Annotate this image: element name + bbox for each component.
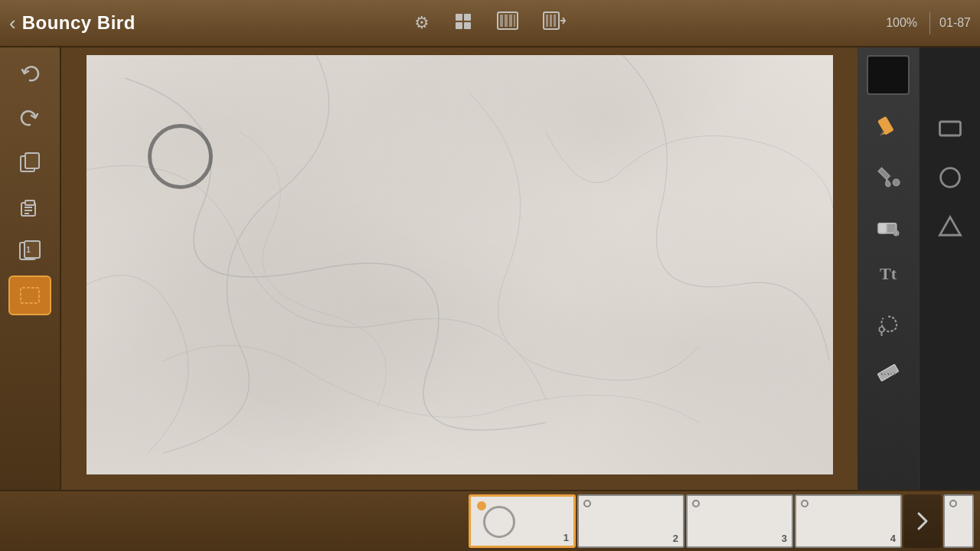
drawing-canvas[interactable] xyxy=(87,55,833,474)
svg-rect-30 xyxy=(878,223,887,233)
frame-dot-4 xyxy=(801,500,808,507)
frame-dot-2 xyxy=(583,500,591,507)
svg-rect-14 xyxy=(25,153,39,168)
triangle-shape-button[interactable] xyxy=(926,204,975,249)
divider xyxy=(929,11,930,34)
circle-shape-button[interactable] xyxy=(926,155,975,201)
svg-rect-25 xyxy=(877,116,894,135)
svg-rect-7 xyxy=(509,15,512,27)
filmstrip: 1 2 3 4 xyxy=(0,490,980,551)
svg-rect-5 xyxy=(500,15,503,27)
page-range: 01-87 xyxy=(939,16,971,30)
frame-circle-thumb xyxy=(483,506,515,538)
frames-button[interactable]: 1 xyxy=(8,231,51,271)
fill-tool-button[interactable] xyxy=(864,153,913,199)
frame-dot-5 xyxy=(949,500,957,507)
grid-icon[interactable] xyxy=(454,12,472,34)
svg-rect-8 xyxy=(514,15,515,27)
right-toolbars: Tt xyxy=(858,47,980,490)
play-icon[interactable] xyxy=(497,11,518,34)
right-toolbar: Tt xyxy=(858,47,919,490)
top-bar: ‹ Bouncy Bird ⚙ xyxy=(0,0,980,47)
color-swatch xyxy=(867,55,910,95)
frame-number-3: 3 xyxy=(782,533,787,544)
svg-point-41 xyxy=(940,168,959,187)
paste-button[interactable] xyxy=(8,187,51,227)
export-icon[interactable] xyxy=(543,11,566,34)
svg-marker-42 xyxy=(939,217,960,236)
color-swatch-button[interactable] xyxy=(864,52,913,98)
copy-button[interactable] xyxy=(8,142,51,182)
svg-rect-12 xyxy=(554,15,556,27)
svg-point-32 xyxy=(895,232,897,234)
frame-number-2: 2 xyxy=(673,533,678,544)
frame-dot-orange xyxy=(477,501,486,510)
ruler-tool-button[interactable] xyxy=(864,349,913,395)
svg-rect-3 xyxy=(464,22,471,29)
rectangle-shape-button[interactable] xyxy=(926,106,975,152)
filmstrip-frame-2[interactable]: 2 xyxy=(577,494,684,548)
svg-rect-11 xyxy=(550,15,552,27)
drawn-circle xyxy=(148,124,213,189)
svg-rect-6 xyxy=(505,15,508,27)
app-title: Bouncy Bird xyxy=(22,12,136,34)
svg-rect-16 xyxy=(25,201,34,205)
frame-number-1: 1 xyxy=(564,532,569,543)
frame-number-4: 4 xyxy=(890,533,896,544)
svg-point-33 xyxy=(879,327,884,331)
eraser-tool-button[interactable] xyxy=(864,202,913,248)
frame-dot-3 xyxy=(692,500,700,507)
text-tool-button[interactable]: Tt xyxy=(864,251,913,297)
svg-text:1: 1 xyxy=(26,246,31,254)
filmstrip-frame-1[interactable]: 1 xyxy=(469,494,576,548)
left-toolbar: 1 xyxy=(0,47,61,490)
svg-point-28 xyxy=(893,179,900,186)
top-bar-center: ⚙ xyxy=(414,11,566,34)
svg-rect-0 xyxy=(456,14,462,21)
far-right-toolbar xyxy=(919,47,980,490)
lasso-tool-button[interactable] xyxy=(864,300,913,346)
filmstrip-frame-4[interactable]: 4 xyxy=(795,494,902,548)
pen-tool-button[interactable] xyxy=(864,104,913,150)
settings-icon[interactable]: ⚙ xyxy=(414,13,430,33)
zoom-level: 100% xyxy=(886,16,917,30)
undo-button[interactable] xyxy=(8,54,51,93)
svg-rect-1 xyxy=(464,14,471,21)
svg-rect-10 xyxy=(546,15,548,27)
svg-rect-2 xyxy=(456,22,462,29)
filmstrip-frame-5[interactable] xyxy=(943,494,974,548)
main-area: 1 xyxy=(0,47,980,490)
top-bar-right: 100% 01-87 xyxy=(886,11,971,34)
filmstrip-frame-3[interactable]: 3 xyxy=(686,494,793,548)
crinkle-lines xyxy=(87,55,833,474)
svg-rect-24 xyxy=(24,290,35,301)
redo-button[interactable] xyxy=(8,98,51,138)
current-frame-button[interactable] xyxy=(8,276,51,315)
canvas-area xyxy=(61,47,858,490)
svg-rect-40 xyxy=(939,122,960,135)
filmstrip-next-button[interactable] xyxy=(903,494,942,548)
back-button[interactable]: ‹ xyxy=(9,13,16,33)
